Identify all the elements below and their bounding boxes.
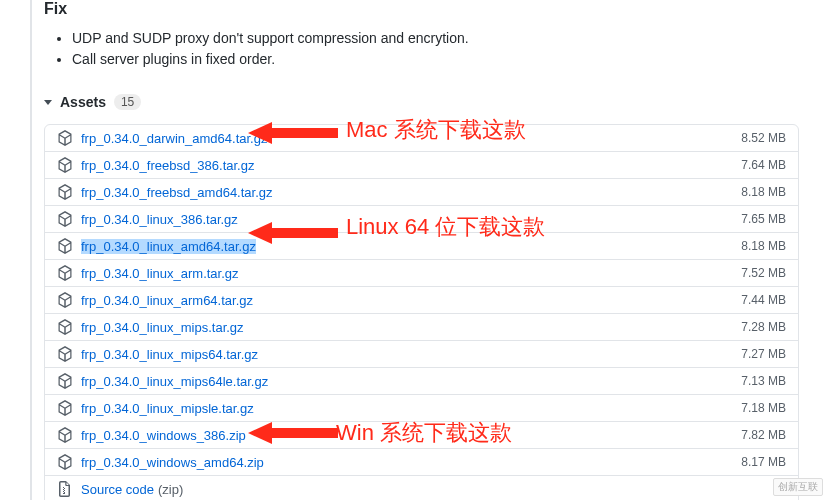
asset-row: frp_0.34.0_freebsd_386.tar.gz7.64 MB <box>45 151 798 178</box>
asset-size: 7.27 MB <box>741 347 786 361</box>
asset-link[interactable]: frp_0.34.0_linux_arm.tar.gz <box>81 266 239 281</box>
asset-row: frp_0.34.0_linux_mipsle.tar.gz7.18 MB <box>45 394 798 421</box>
asset-row: frp_0.34.0_linux_amd64.tar.gz8.18 MB <box>45 232 798 259</box>
asset-size: 7.52 MB <box>741 266 786 280</box>
package-icon <box>57 157 73 173</box>
package-icon <box>57 319 73 335</box>
file-zip-icon <box>57 481 73 497</box>
asset-link[interactable]: frp_0.34.0_linux_mips64.tar.gz <box>81 347 258 362</box>
asset-row: frp_0.34.0_darwin_amd64.tar.gz8.52 MB <box>45 125 798 151</box>
asset-link[interactable]: frp_0.34.0_linux_386.tar.gz <box>81 212 238 227</box>
timeline-border <box>30 0 32 500</box>
assets-label: Assets <box>60 94 106 110</box>
assets-list: frp_0.34.0_darwin_amd64.tar.gz8.52 MBfrp… <box>44 124 799 500</box>
asset-row: frp_0.34.0_freebsd_amd64.tar.gz8.18 MB <box>45 178 798 205</box>
package-icon <box>57 454 73 470</box>
package-icon <box>57 184 73 200</box>
assets-toggle[interactable]: Assets 15 <box>44 94 799 114</box>
asset-row: Source code(zip) <box>45 475 798 500</box>
asset-row: frp_0.34.0_linux_mips64le.tar.gz7.13 MB <box>45 367 798 394</box>
watermark: 创新互联 <box>773 478 823 496</box>
package-icon <box>57 265 73 281</box>
package-icon <box>57 373 73 389</box>
package-icon <box>57 292 73 308</box>
asset-link[interactable]: frp_0.34.0_linux_arm64.tar.gz <box>81 293 253 308</box>
asset-link[interactable]: frp_0.34.0_linux_amd64.tar.gz <box>81 239 256 254</box>
asset-size: 7.28 MB <box>741 320 786 334</box>
asset-link[interactable]: frp_0.34.0_darwin_amd64.tar.gz <box>81 131 267 146</box>
asset-size: 7.18 MB <box>741 401 786 415</box>
asset-row: frp_0.34.0_windows_amd64.zip8.17 MB <box>45 448 798 475</box>
asset-size: 7.13 MB <box>741 374 786 388</box>
asset-size: 8.52 MB <box>741 131 786 145</box>
package-icon <box>57 130 73 146</box>
asset-size: 7.64 MB <box>741 158 786 172</box>
asset-size: 7.44 MB <box>741 293 786 307</box>
asset-link[interactable]: Source code <box>81 482 154 497</box>
asset-link[interactable]: frp_0.34.0_linux_mipsle.tar.gz <box>81 401 254 416</box>
asset-row: frp_0.34.0_linux_mips.tar.gz7.28 MB <box>45 313 798 340</box>
asset-link[interactable]: frp_0.34.0_windows_amd64.zip <box>81 455 264 470</box>
asset-size: 8.18 MB <box>741 239 786 253</box>
asset-ext: (zip) <box>158 482 183 497</box>
fix-bullet-list: UDP and SUDP proxy don't support compres… <box>44 28 799 70</box>
asset-link[interactable]: frp_0.34.0_freebsd_amd64.tar.gz <box>81 185 273 200</box>
asset-row: frp_0.34.0_linux_386.tar.gz7.65 MB <box>45 205 798 232</box>
assets-count-badge: 15 <box>114 94 141 110</box>
package-icon <box>57 346 73 362</box>
asset-row: frp_0.34.0_linux_arm.tar.gz7.52 MB <box>45 259 798 286</box>
asset-row: frp_0.34.0_linux_arm64.tar.gz7.44 MB <box>45 286 798 313</box>
package-icon <box>57 238 73 254</box>
list-item: Call server plugins in fixed order. <box>72 49 799 70</box>
asset-row: frp_0.34.0_windows_386.zip7.82 MB <box>45 421 798 448</box>
asset-size: 8.17 MB <box>741 455 786 469</box>
list-item: UDP and SUDP proxy don't support compres… <box>72 28 799 49</box>
package-icon <box>57 427 73 443</box>
asset-size: 7.82 MB <box>741 428 786 442</box>
asset-row: frp_0.34.0_linux_mips64.tar.gz7.27 MB <box>45 340 798 367</box>
fix-heading: Fix <box>44 0 799 18</box>
asset-size: 8.18 MB <box>741 185 786 199</box>
asset-link[interactable]: frp_0.34.0_freebsd_386.tar.gz <box>81 158 254 173</box>
asset-link[interactable]: frp_0.34.0_linux_mips.tar.gz <box>81 320 244 335</box>
release-content: Fix UDP and SUDP proxy don't support com… <box>0 0 829 500</box>
package-icon <box>57 211 73 227</box>
asset-size: 7.65 MB <box>741 212 786 226</box>
caret-down-icon <box>44 100 52 105</box>
asset-link[interactable]: frp_0.34.0_linux_mips64le.tar.gz <box>81 374 268 389</box>
package-icon <box>57 400 73 416</box>
asset-link[interactable]: frp_0.34.0_windows_386.zip <box>81 428 246 443</box>
